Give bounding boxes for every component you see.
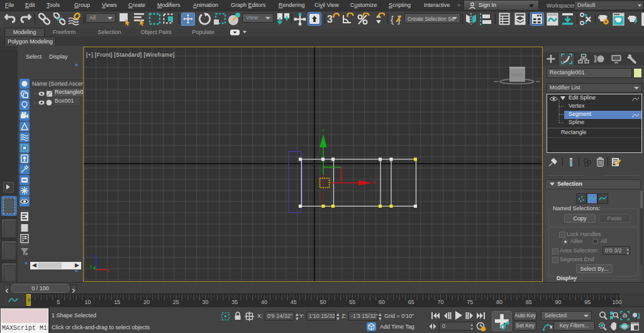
svg-text:x: x — [108, 268, 110, 273]
svg-text:3: 3 — [327, 14, 333, 25]
svg-text:y: y — [90, 264, 92, 269]
svg-text:z: z — [94, 253, 97, 259]
svg-text:{: { — [391, 14, 394, 25]
svg-text:FRONT: FRONT — [511, 73, 524, 77]
